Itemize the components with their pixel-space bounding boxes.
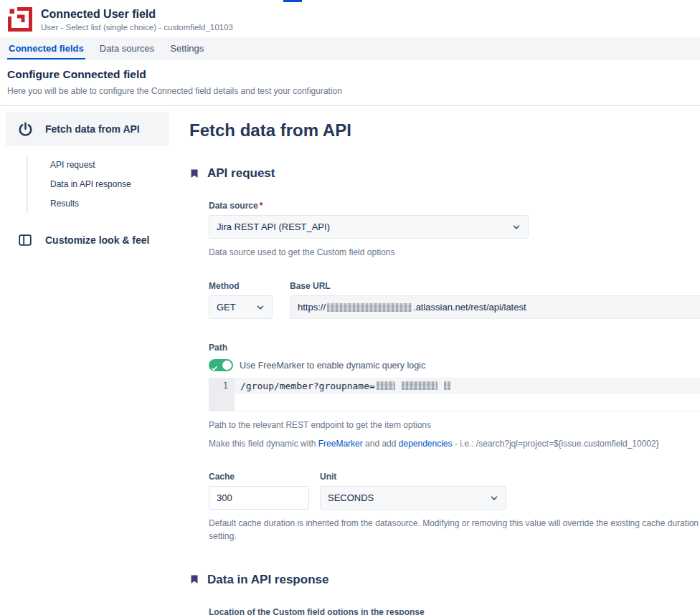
- sidebar-subitem-data-in-api-response[interactable]: Data in API response: [28, 175, 169, 194]
- base-url-prefix: https://: [298, 302, 326, 313]
- help-text: and add: [363, 439, 399, 449]
- sidebar-item-label: Customize look & feel: [45, 234, 149, 246]
- help-text: Make this field dynamic with: [209, 439, 318, 449]
- path-dynamic-help: Make this field dynamic with FreeMarker …: [209, 438, 700, 450]
- check-icon: [212, 361, 217, 374]
- unit-select[interactable]: SECONDS: [320, 486, 506, 510]
- method-select[interactable]: GET: [209, 295, 273, 319]
- method-baseurl-row: Method GET Base URL https://.atlassian.n…: [209, 281, 700, 319]
- page-title: Connected User field: [41, 8, 233, 21]
- cache-unit-row: Cache 300 Unit SECONDS: [209, 472, 700, 510]
- tab-data-sources[interactable]: Data sources: [98, 37, 156, 59]
- toggle-knob: [222, 361, 232, 370]
- layout-panel-icon: [16, 232, 34, 249]
- data-source-value: Jira REST API (REST_API): [217, 221, 330, 232]
- cache-value: 300: [217, 492, 232, 503]
- method-value: GET: [217, 302, 236, 313]
- section-bullet-icon: [189, 168, 199, 179]
- freemarker-toggle-row: Use FreeMarker to enable dynamic query l…: [209, 359, 700, 371]
- cache-label: Cache: [209, 472, 309, 482]
- sidebar-subitem-results[interactable]: Results: [28, 194, 169, 214]
- sidebar-item-customize-look[interactable]: Customize look & feel: [6, 223, 169, 257]
- configure-heading: Configure Connected field: [7, 68, 693, 81]
- sidebar: Fetch data from API API request Data in …: [6, 112, 169, 615]
- top-accent-bar: [283, 0, 302, 2]
- data-source-select[interactable]: Jira REST API (REST_API): [209, 215, 529, 239]
- tab-settings[interactable]: Settings: [169, 37, 205, 59]
- tab-connected-fields[interactable]: Connected fields: [7, 37, 85, 59]
- path-help: Path to the relevant REST endpoint to ge…: [209, 419, 700, 432]
- help-text: - i.e.: /search?jql=project=${issue.cust…: [453, 439, 659, 449]
- required-asterisk: *: [260, 201, 263, 211]
- section-data-in-response: Data in API response Location of the Cus…: [189, 573, 700, 615]
- code-line-2: [235, 394, 700, 411]
- configure-intro: Configure Connected field Here you will …: [0, 59, 700, 106]
- redacted-groupname: [402, 381, 438, 390]
- page-subtitle: User - Select list (single choice) - cus…: [41, 23, 233, 32]
- path-group: Path Use FreeMarker to enable dynamic qu…: [209, 343, 700, 450]
- power-icon: [16, 120, 34, 138]
- label-text: Data source: [209, 201, 258, 211]
- freemarker-toggle[interactable]: [209, 359, 233, 371]
- section-heading-api-request: API request: [207, 166, 275, 181]
- main-panel: Fetch data from API API request Data sou…: [169, 112, 700, 615]
- cache-col: Cache 300: [209, 472, 309, 510]
- chevron-down-icon: [512, 223, 521, 232]
- freemarker-link[interactable]: FreeMarker: [318, 439, 363, 449]
- sidebar-subnav: API request Data in API response Results: [27, 156, 169, 214]
- configure-description: Here you will be able to configure the C…: [7, 86, 693, 96]
- header-text: Connected User field User - Select list …: [41, 8, 233, 32]
- chevron-down-icon: [490, 494, 498, 502]
- method-col: Method GET: [209, 281, 273, 319]
- content: Fetch data from API API request Data in …: [0, 106, 700, 615]
- section-head: Data in API response: [189, 573, 700, 587]
- redacted-domain: [327, 303, 412, 312]
- cache-help: Default cache duration is inherited from…: [209, 518, 700, 543]
- app-logo-icon: [7, 6, 33, 32]
- section-head: API request: [189, 166, 700, 181]
- redacted-groupname: [377, 381, 395, 390]
- section-heading-data-in-response: Data in API response: [207, 573, 328, 587]
- method-label: Method: [209, 281, 273, 291]
- chevron-down-icon: [256, 303, 265, 312]
- section-body: Data source* Jira REST API (REST_API) Da…: [209, 201, 700, 543]
- location-label: Location of the Custom field options in …: [209, 607, 700, 615]
- tab-bar: Connected fields Data sources Settings: [0, 37, 700, 59]
- dependencies-link[interactable]: dependencies: [399, 439, 453, 449]
- sidebar-item-label: Fetch data from API: [45, 123, 140, 135]
- base-url-input[interactable]: https://.atlassian.net/rest/api/latest: [290, 295, 700, 319]
- main-title: Fetch data from API: [189, 120, 700, 140]
- data-source-help: Data source used to get the Custom field…: [209, 247, 700, 259]
- unit-label: Unit: [320, 472, 506, 482]
- section-api-request: API request Data source* Jira REST API (…: [189, 166, 700, 543]
- sidebar-item-fetch-data[interactable]: Fetch data from API: [6, 112, 169, 146]
- sidebar-subitem-api-request[interactable]: API request: [28, 156, 169, 175]
- unit-value: SECONDS: [328, 492, 374, 503]
- baseurl-col: Base URL https://.atlassian.net/rest/api…: [290, 281, 700, 319]
- base-url-suffix: .atlassian.net/rest/api/latest: [413, 302, 526, 313]
- code-text: /group/member?groupname=: [240, 381, 375, 391]
- freemarker-toggle-label: Use FreeMarker to enable dynamic query l…: [240, 361, 425, 371]
- section-bullet-icon: [189, 574, 199, 585]
- unit-col: Unit SECONDS: [320, 472, 506, 510]
- section-body: Location of the Custom field options in …: [209, 607, 700, 615]
- base-url-label: Base URL: [290, 281, 700, 291]
- data-source-label: Data source*: [209, 201, 700, 211]
- redacted-groupname: [444, 381, 450, 390]
- app-header: Connected User field User - Select list …: [0, 0, 700, 37]
- path-label: Path: [209, 343, 700, 353]
- editor-code-area[interactable]: /group/member?groupname=: [235, 378, 700, 411]
- editor-gutter: 1: [209, 378, 235, 411]
- path-code-editor[interactable]: 1 /group/member?groupname=: [209, 378, 700, 411]
- cache-input[interactable]: 300: [209, 486, 309, 510]
- code-line-1: /group/member?groupname=: [235, 378, 700, 394]
- line-number: 1: [209, 378, 235, 394]
